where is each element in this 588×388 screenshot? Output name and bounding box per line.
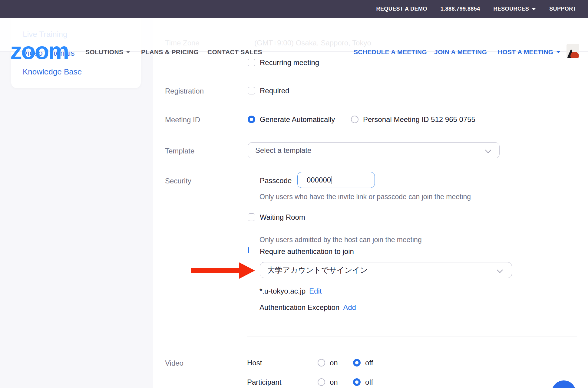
require-authentication-label: Require authentication to join [260,247,354,256]
registration-label: Registration [165,87,204,95]
require-authentication-checkbox[interactable] [248,247,249,253]
top-utility-bar: REQUEST A DEMO 1.888.799.8854 RESOURCES … [0,0,588,18]
auth-domain-row: *.u-tokyo.ac.jp Edit [259,287,322,295]
registration-required-label: Required [260,87,289,95]
host-video-off-label: off [365,359,373,367]
authentication-method-value: 大学アカウントでサインイン [260,265,368,275]
phone-number[interactable]: 1.888.799.8854 [441,6,480,12]
security-label: Security [165,177,191,185]
participant-video-on-radio[interactable] [318,378,325,386]
waiting-room-checkbox[interactable] [248,213,255,221]
passcode-value: 000000 [307,176,331,184]
personal-meeting-id-radio[interactable] [351,116,358,123]
caret-down-icon [556,51,560,53]
red-arrow-head [239,262,255,279]
auth-domain-value: *.u-tokyo.ac.jp [259,287,306,295]
support-link[interactable]: SUPPORT [549,6,576,12]
video-participant-label: Participant [247,378,281,386]
zoom-logo[interactable]: zoom [10,39,68,63]
participant-video-off-label: off [365,378,373,386]
resources-menu[interactable]: RESOURCES [494,6,536,12]
recurring-meeting-checkbox[interactable] [248,59,255,66]
generate-automatically-radio[interactable] [248,116,255,123]
template-select-value: Select a template [248,146,311,155]
passcode-input[interactable]: 000000 [297,172,375,188]
template-select[interactable]: Select a template [248,142,500,158]
recurring-meeting-label: Recurring meeting [260,58,319,67]
avatar-red-shape [570,52,579,58]
request-a-demo-link[interactable]: REQUEST A DEMO [376,6,427,12]
nav-plans-pricing[interactable]: PLANS & PRICING [141,48,199,56]
generate-automatically-label: Generate Automatically [260,115,335,124]
host-video-off-radio[interactable] [353,359,361,367]
nav-solutions-label: SOLUTIONS [85,48,123,56]
nav-contact-sales[interactable]: CONTACT SALES [207,48,262,56]
host-a-meeting-link[interactable]: HOST A MEETING [498,48,560,56]
passcode-checkbox[interactable] [248,176,248,182]
resources-label: RESOURCES [494,6,529,12]
join-a-meeting-link[interactable]: JOIN A MEETING [434,48,487,56]
schedule-a-meeting-link[interactable]: SCHEDULE A MEETING [354,48,427,56]
navbar: zoom SOLUTIONS PLANS & PRICING CONTACT S… [0,18,588,52]
sidebar-item-knowledge-base[interactable]: Knowledge Base [23,67,82,77]
participant-video-off-radio[interactable] [353,378,361,386]
profile-avatar[interactable] [567,44,579,58]
waiting-room-help-text: Only users admitted by the host can join… [259,236,422,244]
registration-required-checkbox[interactable] [248,87,255,94]
video-label: Video [165,359,183,367]
video-host-label: Host [247,359,262,367]
auth-exception-row: Authentication Exception Add [259,303,356,312]
participant-video-on-label: on [330,378,338,386]
add-link[interactable]: Add [343,303,356,312]
waiting-room-label: Waiting Room [260,213,305,222]
authentication-method-select[interactable]: 大学アカウントでサインイン [260,262,512,278]
host-video-on-radio[interactable] [318,359,325,367]
passcode-help-text: Only users who have the invite link or p… [259,193,471,201]
host-a-meeting-label: HOST A MEETING [498,48,553,56]
red-arrow-annotation [191,268,240,273]
template-label: Template [165,147,194,155]
section-divider [247,337,577,337]
passcode-label: Passcode [260,176,292,185]
meeting-id-label: Meeting ID [165,116,200,124]
caret-down-icon [126,51,130,53]
caret-down-icon [532,8,536,10]
chevron-down-icon [485,147,491,153]
chevron-down-icon [497,267,503,273]
personal-meeting-id-label: Personal Meeting ID 512 965 0755 [363,115,475,124]
auth-exception-label: Authentication Exception [259,303,339,312]
host-video-on-label: on [330,359,338,367]
zoom-schedule-meeting-page: Time Zone (GMT+9:00) Osaka, Sapporo, Tok… [0,0,588,388]
text-cursor [332,176,332,184]
edit-link[interactable]: Edit [309,287,322,295]
nav-solutions[interactable]: SOLUTIONS [85,48,130,56]
